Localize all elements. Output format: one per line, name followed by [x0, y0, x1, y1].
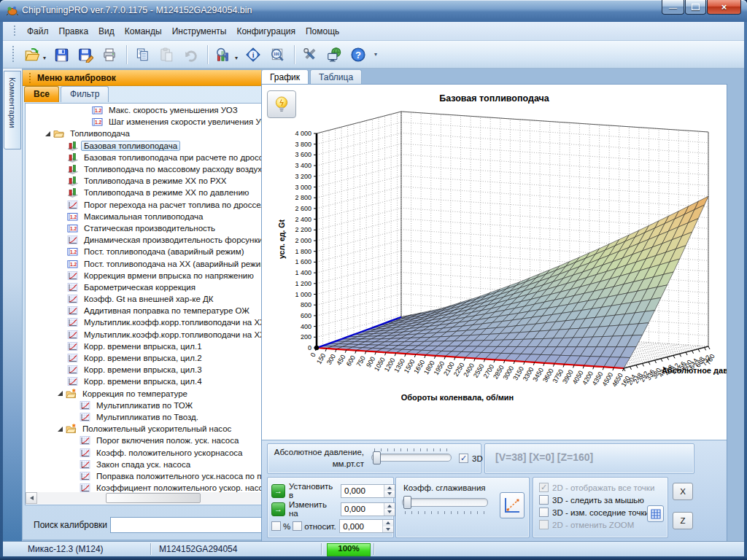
grid-edit-button[interactable]	[647, 505, 664, 522]
apply-set-button[interactable]: →	[271, 484, 285, 498]
tree-item[interactable]: Динамическая производительность форсунки	[26, 234, 263, 246]
spin-up-button[interactable]	[384, 485, 395, 491]
maximize-button[interactable]	[685, 0, 706, 15]
x-axis-button[interactable]: X	[673, 483, 693, 500]
scroll-left-button[interactable]	[26, 492, 37, 504]
expanded-node-icon[interactable]	[45, 131, 50, 136]
tree-item[interactable]: Корр. времени впрыска, цил.3	[26, 364, 263, 376]
spin-down-button[interactable]	[384, 509, 395, 516]
expanded-node-icon[interactable]	[58, 427, 63, 432]
undo-button[interactable]	[179, 44, 201, 66]
calibration-panel-header[interactable]: Меню калибровок	[23, 70, 276, 86]
tree-item[interactable]: Порог включения полож. уск. насоса	[26, 435, 263, 446]
dropdown-arrow-icon[interactable]: ▾	[235, 55, 238, 61]
tree-item[interactable]: 1.2Статическая производительность	[26, 222, 263, 234]
checkbox-3d[interactable]: ✓ 3D	[459, 452, 483, 464]
set-to-input[interactable]	[341, 485, 384, 497]
mode-checkbox-0[interactable]: ✓2D - отображать все точки	[539, 481, 654, 494]
relative-input[interactable]	[340, 520, 382, 532]
percent-checkbox[interactable]	[271, 521, 281, 531]
paste-button[interactable]	[155, 44, 177, 66]
tree-item[interactable]: Корр. времени впрыска, цил.1	[26, 341, 263, 352]
copy-button[interactable]	[131, 44, 153, 66]
relative-checkbox[interactable]	[293, 521, 302, 531]
spin-up-button[interactable]	[384, 503, 395, 510]
change-by-input[interactable]	[341, 503, 384, 516]
tree-item[interactable]: Аддитивная поправка по температуре ОЖ	[26, 305, 263, 316]
checkbox-box[interactable]: ✓	[539, 483, 549, 492]
tree-item[interactable]: Мультипликатив по ТОЖ	[26, 400, 263, 411]
minimize-button[interactable]: —	[662, 0, 684, 15]
chart-view-button[interactable]	[212, 44, 234, 66]
info-button[interactable]: i	[242, 44, 264, 66]
tree-item[interactable]: Коэфф. Gt на внешней хар-ке ДК	[26, 293, 263, 305]
menu-item-5[interactable]: Конфигурация	[231, 23, 301, 39]
tree-item[interactable]: 1.2Максимальная топливоподача	[26, 211, 263, 222]
tree-item[interactable]: Барометрическая коррекция	[26, 281, 263, 293]
tree-item[interactable]: Топливоподача в режиме ХХ по РХХ	[26, 175, 263, 187]
checkbox-box[interactable]	[539, 520, 549, 529]
save-button[interactable]	[50, 44, 72, 66]
tab-graph[interactable]: График	[261, 69, 309, 85]
tree-item[interactable]: Топливоподача по массовому расходу возду…	[26, 163, 263, 175]
menu-item-1[interactable]: Правка	[54, 23, 94, 39]
tree-item[interactable]: Базовая топливоподача	[26, 140, 263, 152]
zoom-100-button[interactable]: 100	[266, 44, 288, 66]
tree-item[interactable]: Базовая топливоподача при расчете по дро…	[26, 152, 263, 163]
tree-item[interactable]: Топливоподача	[26, 128, 263, 139]
tree-item[interactable]: 1.2Шаг изменения скорости увеличения УОЗ	[26, 116, 263, 128]
tree-item[interactable]: Топливоподача в режиме ХХ по давлению	[26, 187, 263, 198]
tree-item[interactable]: Коэфф. положительного ускорнасоса	[26, 446, 263, 458]
menu-item-6[interactable]: Помощь	[301, 23, 344, 39]
apply-change-button[interactable]: →	[271, 502, 285, 516]
tree-item[interactable]: Мультипликатив по Твозд.	[26, 411, 263, 423]
tree-item[interactable]: 1.2Пост. топливоподача на ХХ (аварийный …	[26, 257, 263, 269]
tab-filter[interactable]: Фильтр	[61, 86, 109, 102]
comments-vertical-tab[interactable]: Комментарии	[4, 71, 21, 149]
checkbox-3d-box[interactable]: ✓	[459, 454, 468, 463]
menu-item-2[interactable]: Вид	[93, 23, 120, 39]
tree-item[interactable]: Мультиплик.коэфф.корр.топливоподачи на Х…	[26, 329, 263, 341]
menu-item-4[interactable]: Инструменты	[167, 23, 232, 39]
close-button[interactable]: ×	[707, 0, 741, 15]
tree-item[interactable]: Закон спада уск. насоса	[26, 459, 263, 470]
tree-item[interactable]: Поправка положительного уск.насоса по пр…	[26, 470, 263, 482]
expanded-node-icon[interactable]	[58, 391, 63, 396]
mode-checkbox-2[interactable]: 3D - изм. соседние точки	[539, 506, 654, 518]
interpolation-button[interactable]	[500, 492, 525, 518]
help-button[interactable]: ?	[347, 44, 369, 66]
menu-item-0[interactable]: Файл	[22, 23, 54, 39]
tab-table[interactable]: Таблица	[310, 69, 362, 85]
calibration-search-input[interactable]	[110, 517, 269, 533]
dropdown-arrow-icon[interactable]: ▾	[43, 55, 46, 61]
scrollbar-thumb[interactable]	[106, 493, 201, 503]
tree-item[interactable]: Мультиплик.коэфф.корр.топливоподачи на Х…	[26, 316, 263, 328]
tree-item[interactable]: Корр. времени впрыска, цил.4	[26, 376, 263, 387]
save-as-button[interactable]	[74, 44, 96, 66]
menu-item-3[interactable]: Команды	[120, 23, 167, 39]
tools-button[interactable]	[299, 44, 321, 66]
surface-chart[interactable]: 02004006008001 0001 2001 4001 6001 8002 …	[262, 85, 727, 440]
smoothing-slider[interactable]	[402, 498, 488, 507]
spin-down-button[interactable]	[384, 491, 395, 497]
tree-item[interactable]: Коэффициент положительного ускор. насоса…	[26, 482, 263, 493]
tree-horizontal-scrollbar[interactable]	[26, 492, 275, 504]
web-update-button[interactable]	[323, 44, 345, 66]
z-axis-button[interactable]: Z	[673, 512, 693, 529]
smoothing-slider-thumb[interactable]	[403, 496, 411, 509]
mode-checkbox-1[interactable]: 3D - следить за мышью	[539, 494, 654, 506]
titlebar[interactable]: ChipTuningPRO ver.7.7.0.1175 - M124152GA…	[0, 0, 747, 22]
pressure-slider-thumb[interactable]	[373, 451, 381, 464]
tree-item[interactable]: 1.2Макс. скорость уменьшения УОЗ	[26, 104, 263, 116]
tree-item[interactable]: Порог перехода на расчет топлива по дрос…	[26, 199, 263, 211]
checkbox-box[interactable]	[539, 508, 549, 517]
spin-down-button[interactable]	[383, 526, 393, 533]
toolbar-overflow-icon[interactable]: ▾	[374, 51, 377, 58]
checkbox-box[interactable]	[539, 495, 549, 505]
tree-item[interactable]: 1.2Пост. топливоподача (аварийный режим)	[26, 246, 263, 257]
tab-all[interactable]: Все	[24, 86, 59, 102]
tree-item[interactable]: ✱Положительный ускорительный насос	[26, 423, 263, 435]
tree-item[interactable]: ✱Коррекция по температуре	[26, 388, 263, 400]
tree-item[interactable]: Корр. времени впрыска, цил.2	[26, 352, 263, 364]
mode-checkbox-3[interactable]: 2D - отменить ZOOM	[539, 518, 654, 531]
